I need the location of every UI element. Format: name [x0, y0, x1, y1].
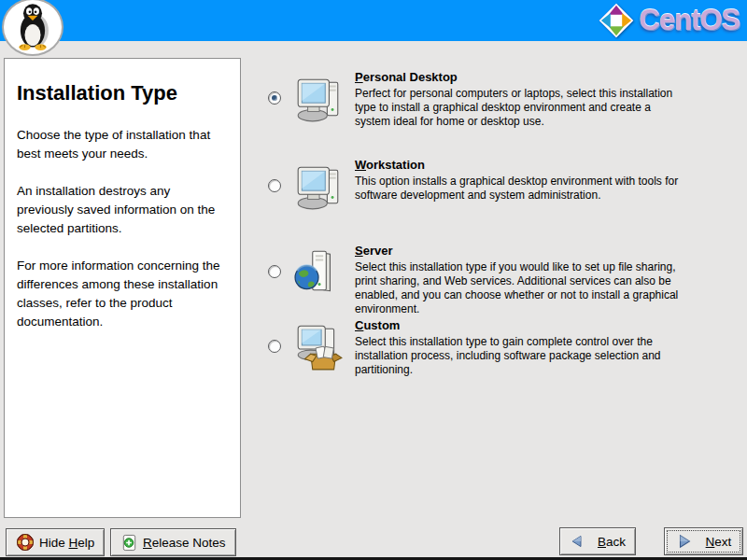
hide-help-label: Hide Help	[39, 536, 94, 550]
tux-penguin-icon	[9, 2, 56, 52]
release-notes-label: Release Notes	[143, 536, 226, 550]
radio-server[interactable]	[268, 265, 281, 278]
option-label: Workstation	[355, 158, 698, 172]
option-text: Server Select this installation type if …	[355, 243, 698, 316]
option-description: This option installs a graphical desktop…	[355, 175, 686, 203]
tux-logo-badge	[2, 0, 63, 56]
arrow-right-icon	[676, 533, 693, 550]
arrow-left-icon	[570, 533, 585, 550]
desktop-computer-icon	[293, 157, 355, 216]
option-description: Select this installation type to gain co…	[355, 335, 686, 377]
server-globe-icon	[293, 243, 355, 301]
option-text: Workstation This option installs a graph…	[355, 157, 698, 203]
desktop-computer-icon	[293, 69, 355, 128]
option-personal-desktop[interactable]: Personal Desktop Perfect for personal co…	[268, 69, 698, 129]
radio-workstation[interactable]	[268, 179, 281, 192]
next-button[interactable]: Next	[664, 527, 743, 555]
option-workstation[interactable]: Workstation This option installs a graph…	[268, 157, 698, 216]
release-notes-button[interactable]: Release Notes	[110, 528, 236, 556]
hide-help-button[interactable]: Hide Help	[6, 528, 105, 556]
radio-custom[interactable]	[268, 340, 281, 353]
installer-window: CentOS Installation Type Choose the type…	[0, 0, 747, 560]
option-label: Personal Desktop	[355, 70, 698, 84]
option-custom[interactable]: Custom Select this installation type to …	[268, 317, 698, 377]
option-text: Custom Select this installation type to …	[355, 317, 698, 377]
help-paragraph: For more information concerning the diff…	[17, 257, 227, 331]
option-description: Perfect for personal computers or laptop…	[355, 87, 686, 129]
back-button[interactable]: Back	[559, 527, 636, 555]
help-panel: Installation Type Choose the type of ins…	[4, 58, 241, 518]
option-label: Server	[355, 244, 698, 258]
next-label: Next	[706, 535, 732, 549]
page-title: Installation Type	[17, 81, 227, 105]
help-paragraph: Choose the type of installation that bes…	[17, 126, 227, 163]
release-notes-icon	[120, 534, 138, 552]
back-label: Back	[598, 535, 626, 549]
brand-name: CentOS	[639, 4, 740, 37]
lifebuoy-help-icon	[16, 533, 35, 552]
radio-personal-desktop[interactable]	[268, 91, 281, 105]
computer-package-box-icon	[293, 317, 355, 376]
option-description: Select this installation type if you wou…	[355, 260, 686, 316]
option-text: Personal Desktop Perfect for personal co…	[355, 69, 698, 129]
option-server[interactable]: Server Select this installation type if …	[268, 243, 698, 316]
centos-pinwheel-icon	[599, 3, 634, 38]
option-label: Custom	[355, 318, 698, 332]
centos-brand: CentOS	[599, 3, 740, 38]
help-paragraph: An installation destroys any previously …	[17, 182, 227, 238]
